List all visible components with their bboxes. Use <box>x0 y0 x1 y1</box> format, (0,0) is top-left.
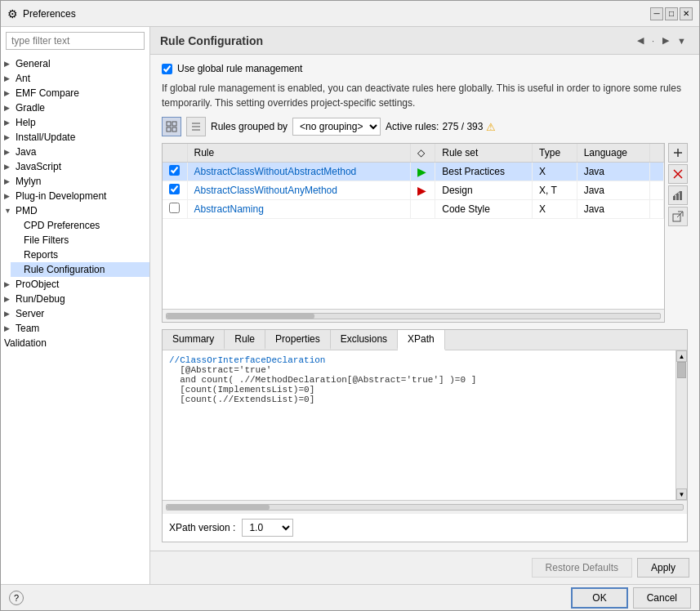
cancel-button[interactable]: Cancel <box>633 587 691 609</box>
row-priority: ▶ <box>411 181 435 200</box>
sidebar-item-team[interactable]: ▶ Team <box>1 321 149 336</box>
sidebar-item-plugin[interactable]: ▶ Plug-in Development <box>1 189 149 203</box>
active-rules: Active rules: 275 / 393 ⚠ <box>386 121 496 133</box>
vertical-scrollbar[interactable]: ▲ ▼ <box>675 350 687 500</box>
list-view-button[interactable] <box>186 117 206 136</box>
tree-group-java: ▶ Java <box>1 145 149 159</box>
apply-button[interactable]: Apply <box>637 558 689 578</box>
panel-header: Rule Configuration ◀ · ▶ ▼ <box>150 27 699 55</box>
sidebar-item-java[interactable]: ▶ Java <box>1 145 149 159</box>
sidebar-item-reports[interactable]: Reports <box>11 248 149 262</box>
row-ruleset: Best Practices <box>435 163 533 181</box>
grouping-select[interactable]: <no grouping> <box>292 118 381 136</box>
right-panel: Rule Configuration ◀ · ▶ ▼ Use global ru… <box>150 27 699 584</box>
ok-cancel-buttons: OK Cancel <box>571 587 691 609</box>
remove-icon <box>672 168 684 180</box>
global-rule-row: Use global rule management <box>162 63 688 74</box>
row-name: AbstractClassWithoutAnyMethod <box>187 181 411 200</box>
sidebar-item-general[interactable]: ▶ General <box>1 56 149 71</box>
maximize-button[interactable]: □ <box>665 7 678 20</box>
restore-defaults-button[interactable]: Restore Defaults <box>532 558 632 578</box>
minimize-button[interactable]: ─ <box>650 7 663 20</box>
scroll-thumb[interactable] <box>677 362 686 378</box>
sidebar-item-label: Help <box>16 117 36 128</box>
sidebar: ▶ General ▶ Ant ▶ EMF Compare <box>1 27 150 584</box>
sidebar-item-help[interactable]: ▶ Help <box>1 115 149 130</box>
grid-icon <box>166 121 177 132</box>
sidebar-item-label: Validation <box>4 337 47 349</box>
sidebar-item-label: ProObject <box>16 279 59 290</box>
global-rule-checkbox[interactable] <box>162 64 172 74</box>
tree-group-server: ▶ Server <box>1 306 149 321</box>
sidebar-item-label: Java <box>16 146 36 158</box>
row-check[interactable] <box>163 181 187 200</box>
remove-rule-button[interactable] <box>668 164 688 184</box>
row-check[interactable] <box>163 200 187 219</box>
row-language: Java <box>577 200 649 219</box>
expand-icon: ▼ <box>4 207 12 215</box>
scroll-down-button[interactable]: ▼ <box>676 488 687 500</box>
sidebar-item-ant[interactable]: ▶ Ant <box>1 71 149 86</box>
tab-xpath[interactable]: XPath <box>398 330 445 350</box>
title-bar: ⚙ Preferences ─ □ ✕ <box>1 1 699 27</box>
table-row[interactable]: AbstractClassWithoutAnyMethod ▶ Design X… <box>163 181 664 200</box>
tab-exclusions[interactable]: Exclusions <box>331 330 398 350</box>
xpath-version-row: XPath version : 1.0 2.0 <box>163 513 687 542</box>
scroll-up-button[interactable]: ▲ <box>676 350 687 362</box>
sidebar-item-file-filters[interactable]: File Filters <box>11 233 149 248</box>
row-scroll <box>650 181 664 200</box>
horizontal-scrollbar[interactable] <box>163 500 687 513</box>
edit-rule-button2[interactable] <box>668 207 688 226</box>
row-scroll <box>650 163 664 181</box>
sidebar-item-server[interactable]: ▶ Server <box>1 306 149 321</box>
sidebar-item-proobject[interactable]: ▶ ProObject <box>1 277 149 292</box>
sidebar-item-mylyn[interactable]: ▶ Mylyn <box>1 174 149 189</box>
grid-view-button[interactable] <box>162 117 181 136</box>
sidebar-item-validation[interactable]: Validation <box>1 336 149 350</box>
row-language: Java <box>577 163 649 181</box>
tree-group-gradle: ▶ Gradle <box>1 100 149 115</box>
edit-rule-button1[interactable] <box>668 185 688 205</box>
tree-group-emf: ▶ EMF Compare <box>1 86 149 100</box>
nav-forward-button[interactable]: ▶ <box>659 33 672 47</box>
expand-icon: ▶ <box>4 89 12 97</box>
nav-dropdown-button[interactable]: ▼ <box>674 34 689 47</box>
nav-back-button[interactable]: ◀ <box>634 33 647 47</box>
help-icon[interactable]: ? <box>9 591 24 605</box>
table-row[interactable]: AbstractClassWithoutAbstractMethod ▶ Bes… <box>163 163 664 181</box>
sidebar-item-label: File Filters <box>24 234 69 246</box>
sidebar-item-run-debug[interactable]: ▶ Run/Debug <box>1 292 149 306</box>
sidebar-item-gradle[interactable]: ▶ Gradle <box>1 100 149 115</box>
xpath-code-area: //ClassOrInterfaceDeclaration [@Abstract… <box>163 350 675 409</box>
sidebar-item-label: EMF Compare <box>16 87 79 99</box>
row-name: AbstractNaming <box>187 200 411 219</box>
ok-button[interactable]: OK <box>571 587 627 609</box>
row-type: X <box>533 200 577 219</box>
tab-summary[interactable]: Summary <box>163 330 225 350</box>
sidebar-item-emf[interactable]: ▶ EMF Compare <box>1 86 149 100</box>
row-priority: ▶ <box>411 163 435 181</box>
table-row[interactable]: AbstractNaming Code Style X Java <box>163 200 664 219</box>
window-title: Preferences <box>23 8 76 20</box>
sidebar-item-javascript[interactable]: ▶ JavaScript <box>1 159 149 174</box>
close-button[interactable]: ✕ <box>680 7 693 20</box>
row-check[interactable] <box>163 163 187 181</box>
tree: ▶ General ▶ Ant ▶ EMF Compare <box>1 55 149 584</box>
sidebar-item-install[interactable]: ▶ Install/Update <box>1 130 149 145</box>
xpath-version-select[interactable]: 1.0 2.0 <box>242 519 293 537</box>
sidebar-item-pmd[interactable]: ▼ PMD <box>1 203 149 218</box>
row-scroll <box>650 200 664 219</box>
col-type: Type <box>533 144 577 163</box>
tab-rule[interactable]: Rule <box>225 330 265 350</box>
tab-properties[interactable]: Properties <box>265 330 331 350</box>
sidebar-item-cpd[interactable]: CPD Preferences <box>11 218 149 233</box>
expand-icon: ▶ <box>4 118 12 127</box>
chart-icon <box>672 190 684 201</box>
row-name: AbstractClassWithoutAbstractMethod <box>187 163 411 181</box>
filter-input[interactable] <box>6 32 145 50</box>
add-rule-button[interactable] <box>668 143 688 163</box>
sidebar-item-rule-configuration[interactable]: Rule Configuration <box>11 262 149 277</box>
row-language: Java <box>577 181 649 200</box>
sidebar-item-label: Mylyn <box>16 176 41 187</box>
rules-container: Rule ◇ Rule set Type Language <box>162 143 688 323</box>
